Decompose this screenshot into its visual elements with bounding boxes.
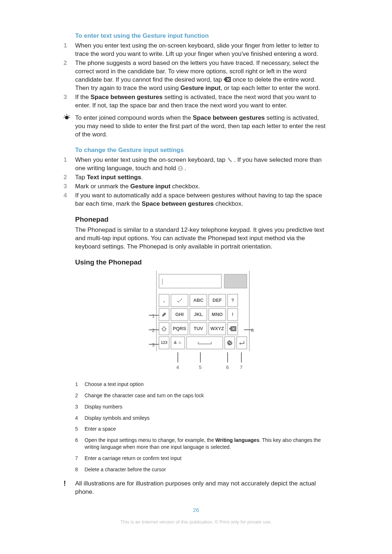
step-text: If the Space between gestures setting is… — [75, 93, 328, 110]
legend-text: Display symbols and smileys — [85, 415, 328, 422]
key-return — [236, 336, 247, 349]
callout-label: 4 — [176, 364, 179, 371]
key-123: 123 — [159, 336, 170, 349]
section-heading: To change the Gesture input settings — [75, 146, 328, 155]
legend-text: Enter a carriage return or confirm text … — [85, 455, 328, 462]
using-phonepad-heading: Using the Phonepad — [75, 258, 328, 267]
diagram-candidate-box — [224, 274, 247, 288]
callout-label: 6 — [226, 364, 229, 371]
legend-text: Enter a space — [85, 426, 328, 432]
step-text: Mark or unmark the Gesture input checkbo… — [75, 182, 328, 191]
legend-text: Display numbers — [85, 403, 328, 410]
phonepad-paragraph: The Phonepad is similar to a standard 12… — [75, 226, 328, 251]
key-settings — [224, 336, 235, 349]
footer-note: This is an Internet version of this publ… — [64, 519, 328, 525]
step-number: 1 — [64, 156, 75, 173]
svg-line-3 — [69, 115, 69, 116]
steps-list: 1 When you enter text using the on-scree… — [64, 42, 328, 110]
step-number: 3 — [64, 182, 75, 191]
phonepad-heading: Phonepad — [75, 215, 328, 224]
key-ghi: GHI — [171, 308, 188, 321]
svg-line-2 — [64, 115, 65, 116]
lightbulb-icon — [64, 115, 70, 122]
document-page: To enter text using the Gesture input fu… — [0, 0, 392, 554]
key-space — [186, 336, 223, 349]
warning-text: All illustrations are for illustration p… — [75, 480, 328, 496]
step-text: When you enter text using the on-screen … — [75, 156, 328, 173]
section-heading: To enter text using the Gesture input fu… — [75, 32, 328, 40]
svg-point-0 — [65, 116, 69, 119]
diagram-text-field: | — [159, 274, 222, 288]
key-wxyz: WXYZ — [208, 322, 226, 335]
callout-label: 2 — [152, 327, 155, 334]
legend-text: Open the input settings menu to change, … — [85, 437, 328, 451]
callout-label: 1 — [152, 313, 155, 319]
return-icon — [239, 340, 245, 346]
step-text: Tap Text input settings. — [75, 173, 328, 182]
warning-icon: ! — [64, 479, 66, 487]
globe-icon — [178, 166, 183, 171]
step-number: 2 — [64, 59, 75, 93]
key-mno: MNO — [208, 308, 226, 321]
key-shift — [159, 322, 170, 335]
callout-legend: 1Choose a text input option 2Change the … — [75, 381, 328, 473]
key-backspace — [227, 322, 238, 335]
legend-text: Choose a text input option — [85, 381, 328, 388]
legend-text: Change the character case and turn on th… — [85, 392, 328, 399]
callout-label: 8 — [251, 327, 254, 334]
key-punct: .,-' — [171, 294, 188, 307]
callout-label: 5 — [199, 364, 201, 371]
step-number: 1 — [64, 42, 75, 58]
tip-note: To enter joined compound words when the … — [64, 114, 328, 139]
step-number: 2 — [64, 173, 75, 182]
step-text: The phone suggests a word based on the l… — [75, 59, 328, 93]
key-comma: , — [159, 294, 170, 307]
key-pqrs: PQRS — [171, 322, 188, 335]
wrench-key-icon — [227, 340, 233, 346]
step-number: 3 — [64, 93, 75, 110]
step-text: If you want to automatically add a space… — [75, 192, 328, 208]
step-number: 4 — [64, 192, 75, 208]
key-symbols: & ☺ — [171, 336, 185, 349]
key-jkl: JKL — [189, 308, 207, 321]
key-question: ? — [227, 294, 238, 307]
callout-label: 3 — [152, 342, 155, 348]
tip-text: To enter joined compound words when the … — [75, 114, 328, 139]
space-icon — [197, 341, 212, 345]
phonepad-diagram: | , .,-' ABC DEF ? GHI JKL MNO ! — [75, 271, 328, 372]
page-number: 26 — [64, 506, 328, 514]
key-exclaim: ! — [227, 308, 238, 321]
step-text: When you enter text using the on-screen … — [75, 42, 328, 58]
callout-label: 7 — [240, 364, 242, 371]
pencil-icon — [161, 312, 167, 317]
key-tuv: TUV — [189, 322, 207, 335]
legend-text: Delete a character before the cursor — [85, 466, 328, 473]
shift-up-icon — [161, 326, 167, 332]
key-input-option — [159, 308, 170, 321]
key-def: DEF — [208, 294, 226, 307]
wrench-icon — [227, 157, 232, 163]
warning-note: ! All illustrations are for illustration… — [64, 480, 328, 496]
backspace-icon — [229, 326, 236, 331]
steps-list: 1 When you enter text using the on-scree… — [64, 156, 328, 208]
backspace-x-icon — [224, 77, 231, 82]
key-abc: ABC — [189, 294, 207, 307]
